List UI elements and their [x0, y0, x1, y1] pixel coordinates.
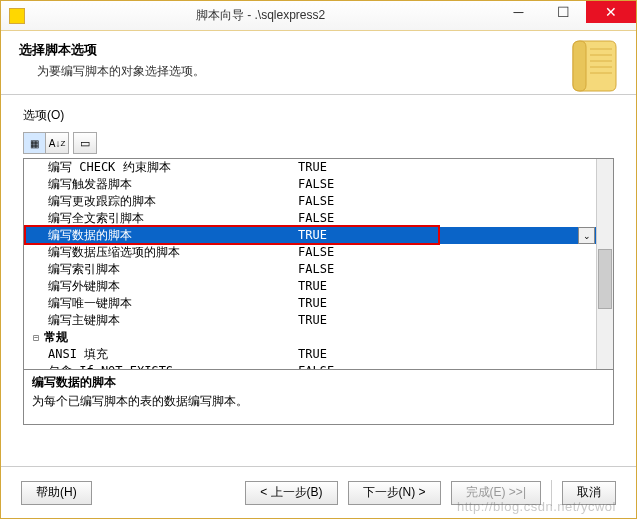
titlebar: 脚本向导 - .\sqlexpress2 ─ ☐ ✕	[1, 1, 636, 31]
description-title: 编写数据的脚本	[32, 374, 605, 391]
view-toggle[interactable]: ▦ A↓Z	[23, 132, 69, 154]
description-panel: 编写数据的脚本 为每个已编写脚本的表的数据编写脚本。	[23, 370, 614, 425]
option-row: 编写触发器脚本FALSE	[24, 176, 613, 193]
option-row: 编写全文索引脚本FALSE	[24, 210, 613, 227]
options-grid[interactable]: 编写 CHECK 约束脚本TRUE 编写触发器脚本FALSE 编写更改跟踪的脚本…	[23, 158, 614, 370]
alphabetical-view-icon[interactable]: A↓Z	[46, 133, 68, 153]
options-label: 选项(O)	[23, 107, 614, 124]
option-row: 编写外键脚本TRUE	[24, 278, 613, 295]
content-area: 选项(O) ▦ A↓Z ▭ 编写 CHECK 约束脚本TRUE 编写触发器脚本F…	[1, 95, 636, 435]
option-row: 编写数据压缩选项的脚本FALSE	[24, 244, 613, 261]
category-row: ⊟常规	[24, 329, 613, 346]
scroll-decoration-icon	[568, 39, 618, 93]
vertical-scrollbar[interactable]	[596, 159, 613, 369]
window-controls: ─ ☐ ✕	[496, 1, 636, 30]
back-button[interactable]: < 上一步(B)	[245, 481, 337, 505]
footer-buttons: 帮助(H) < 上一步(B) 下一步(N) > 完成(E) >>| 取消	[1, 466, 636, 518]
window-title: 脚本向导 - .\sqlexpress2	[25, 7, 496, 24]
scrollbar-thumb[interactable]	[598, 249, 612, 309]
option-row: ANSI 填充TRUE	[24, 346, 613, 363]
option-row: 包含 If NOT EXISTSFALSE	[24, 363, 613, 369]
finish-button: 完成(E) >>|	[451, 481, 541, 505]
page-title: 选择脚本选项	[19, 41, 618, 59]
option-row: 编写更改跟踪的脚本FALSE	[24, 193, 613, 210]
header-section: 选择脚本选项 为要编写脚本的对象选择选项。	[1, 31, 636, 95]
collapse-icon[interactable]: ⊟	[30, 329, 42, 346]
description-body: 为每个已编写脚本的表的数据编写脚本。	[32, 393, 605, 410]
close-button[interactable]: ✕	[586, 1, 636, 23]
dropdown-button[interactable]: ⌄	[578, 227, 595, 244]
option-row: 编写主键脚本TRUE	[24, 312, 613, 329]
property-pages-icon[interactable]: ▭	[73, 132, 97, 154]
app-icon	[9, 8, 25, 24]
separator	[551, 480, 552, 506]
option-row: 编写索引脚本FALSE	[24, 261, 613, 278]
next-button[interactable]: 下一步(N) >	[348, 481, 441, 505]
cancel-button[interactable]: 取消	[562, 481, 616, 505]
categorized-view-icon[interactable]: ▦	[24, 133, 46, 153]
option-row-selected: 编写数据的脚本TRUE	[24, 227, 613, 244]
option-row: 编写唯一键脚本TRUE	[24, 295, 613, 312]
minimize-button[interactable]: ─	[496, 1, 541, 23]
page-subtitle: 为要编写脚本的对象选择选项。	[37, 63, 618, 80]
maximize-button[interactable]: ☐	[541, 1, 586, 23]
wizard-window: 脚本向导 - .\sqlexpress2 ─ ☐ ✕ 选择脚本选项 为要编写脚本…	[0, 0, 637, 519]
help-button[interactable]: 帮助(H)	[21, 481, 92, 505]
grid-toolbar: ▦ A↓Z ▭	[23, 132, 614, 154]
option-row: 编写 CHECK 约束脚本TRUE	[24, 159, 613, 176]
